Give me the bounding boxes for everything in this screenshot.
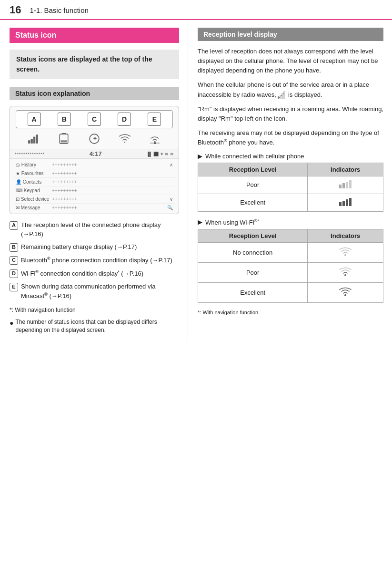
right-footnote: *: With navigation function bbox=[198, 310, 383, 315]
indicator-wifi-poor bbox=[308, 262, 383, 282]
bluetooth-icon: ✦ bbox=[89, 133, 100, 146]
svg-rect-12 bbox=[280, 95, 281, 99]
svg-rect-0 bbox=[28, 140, 30, 144]
right-column: Reception level display The level of rec… bbox=[188, 20, 392, 342]
status-icon-heading: Status icon bbox=[10, 28, 179, 43]
arrow-icon: ▶ bbox=[198, 218, 202, 226]
section-title: 1-1. Basic function bbox=[30, 6, 88, 14]
footnote-navigation: *: With navigation function bbox=[10, 307, 179, 313]
phone-list: ◷ History +++++++++ ∧ ★ Favourites +++++… bbox=[10, 159, 179, 214]
wifi-label: ▶ When using Wi-Fi®* bbox=[198, 218, 383, 226]
svg-text:✦: ✦ bbox=[92, 135, 98, 142]
svg-rect-13 bbox=[281, 93, 283, 99]
legend-letter-b: B bbox=[10, 243, 18, 252]
table-row: Excellent bbox=[198, 282, 383, 302]
phone-icons-row: ✦ bbox=[10, 131, 179, 149]
wifi-icon bbox=[119, 133, 131, 146]
list-item: ✉ Message +++++++++ 🔍 bbox=[14, 204, 175, 212]
legend-letter-e: E bbox=[10, 283, 18, 291]
icon-label-d: D bbox=[118, 113, 131, 126]
legend-item-c: C Bluetooth® phone connection condition … bbox=[10, 256, 179, 265]
icon-label-b: B bbox=[58, 113, 71, 126]
table-header-indicators: Indicators bbox=[308, 163, 383, 176]
list-item: ⌨ Keypad +++++++++ bbox=[14, 186, 175, 195]
miracast-icon bbox=[149, 133, 161, 146]
list-item: ⊡ Select device +++++++++ ∨ bbox=[14, 195, 175, 204]
reception-para-2: When the cellular phone is out of the se… bbox=[198, 80, 383, 99]
svg-rect-11 bbox=[278, 96, 279, 99]
signal-bars-icon bbox=[28, 133, 40, 146]
bullet-icon: ● bbox=[10, 318, 13, 328]
table-row: Poor bbox=[198, 176, 383, 194]
phone-status-icons: ▐▌ ⬛ ✦ ≋ ≋ bbox=[146, 152, 174, 156]
left-column: Status icon Status icons are displayed a… bbox=[0, 20, 188, 342]
cellular-table: Reception Level Indicators Poor bbox=[198, 163, 383, 212]
indicator-excellent bbox=[308, 194, 383, 211]
svg-point-16 bbox=[344, 274, 346, 276]
page-header: 16 1-1. Basic function bbox=[0, 0, 392, 20]
reception-level-heading: Reception level display bbox=[198, 28, 383, 41]
phone-mockup: A B C D E bbox=[10, 106, 179, 214]
legend-letter-d: D bbox=[10, 269, 18, 278]
phone-icon-labels-row: A B C D E bbox=[16, 110, 173, 128]
svg-rect-3 bbox=[36, 134, 38, 144]
icon-label-e: E bbox=[148, 113, 161, 126]
status-icon-explanation-heading: Status icon explanation bbox=[10, 87, 179, 100]
table-header-reception-level: Reception Level bbox=[198, 229, 308, 242]
bullet-note: ● The number of status icons that can be… bbox=[10, 318, 179, 335]
reception-para-4: The receiving area may not be displayed … bbox=[198, 128, 383, 148]
legend-item-e: E Shown during data communication perfor… bbox=[10, 282, 179, 301]
main-content: Status icon Status icons are displayed a… bbox=[0, 20, 392, 342]
svg-rect-14 bbox=[283, 91, 285, 99]
wifi-full-icon bbox=[339, 287, 352, 297]
list-item: ★ Favourites +++++++++ bbox=[14, 169, 175, 178]
legend-item-d: D Wi-Fi® connection condition display* (… bbox=[10, 269, 179, 279]
indicator-no-connection bbox=[308, 242, 383, 262]
level-poor: Poor bbox=[198, 262, 308, 282]
status-icon-description: Status icons are displayed at the top of… bbox=[10, 50, 179, 79]
indicator-poor bbox=[308, 176, 383, 194]
legend-item-b: B Remaining battery charge display (→P.1… bbox=[10, 243, 179, 252]
legend-list: A The reception level of the connected p… bbox=[10, 221, 179, 301]
phone-asterisks: ************** bbox=[15, 152, 45, 156]
icon-label-c: C bbox=[88, 113, 101, 126]
cellular-label: ▶ While connected with cellular phone bbox=[198, 153, 383, 160]
list-item: 👤 Contacts +++++++++ bbox=[14, 178, 175, 186]
svg-rect-2 bbox=[33, 137, 35, 144]
phone-status-bar: ************** 4:17 ▐▌ ⬛ ✦ ≋ ≋ bbox=[10, 149, 179, 159]
table-header-reception-level: Reception Level bbox=[198, 163, 308, 176]
list-item: ◷ History +++++++++ ∧ bbox=[14, 161, 175, 169]
level-excellent: Excellent bbox=[198, 282, 308, 302]
icon-label-a: A bbox=[28, 113, 41, 126]
battery-icon bbox=[58, 133, 70, 146]
legend-letter-a: A bbox=[10, 221, 18, 230]
wifi-table: Reception Level Indicators No connection bbox=[198, 229, 383, 303]
table-row: No connection bbox=[198, 242, 383, 262]
indicator-wifi-excellent bbox=[308, 282, 383, 302]
table-row: Excellent bbox=[198, 194, 383, 211]
legend-item-a: A The reception level of the connected p… bbox=[10, 221, 179, 239]
table-row: Poor bbox=[198, 262, 383, 282]
legend-letter-c: C bbox=[10, 256, 18, 265]
arrow-icon: ▶ bbox=[198, 153, 202, 160]
reception-para-1: The level of reception does not always c… bbox=[198, 47, 383, 75]
table-header-indicators: Indicators bbox=[308, 229, 383, 242]
svg-rect-1 bbox=[30, 139, 32, 144]
level-no-connection: No connection bbox=[198, 242, 308, 262]
level-poor: Poor bbox=[198, 176, 308, 194]
svg-point-15 bbox=[344, 254, 346, 256]
level-excellent: Excellent bbox=[198, 194, 308, 211]
reception-para-3: "Rm" is displayed when receiving in a ro… bbox=[198, 104, 383, 124]
wifi-poor-icon bbox=[339, 267, 352, 277]
page-number: 16 bbox=[10, 4, 21, 16]
svg-rect-6 bbox=[61, 140, 67, 142]
svg-point-17 bbox=[344, 294, 346, 296]
svg-point-9 bbox=[154, 141, 156, 143]
wifi-none-icon bbox=[339, 247, 352, 257]
phone-time: 4:17 bbox=[90, 150, 102, 157]
